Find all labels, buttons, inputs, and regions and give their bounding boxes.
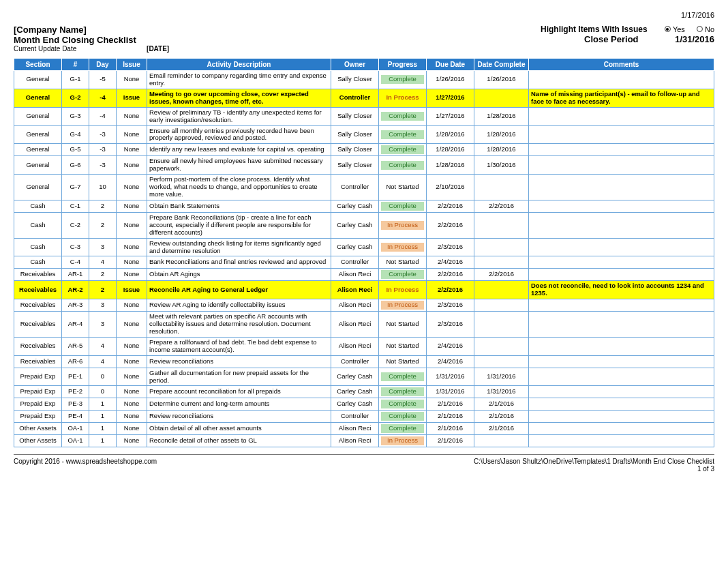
cell-section: General — [14, 144, 62, 156]
cell-progress: Complete — [379, 107, 427, 125]
radio-yes[interactable]: Yes — [665, 25, 685, 33]
cell-section: Cash — [14, 212, 62, 238]
cell-due: 1/31/2016 — [427, 386, 474, 398]
cell-day: -5 — [89, 71, 117, 89]
cell-activity: Meeting to go over upcoming close, cover… — [147, 89, 331, 107]
table-row: Prepaid ExpPE-41NoneReview reconciliatio… — [14, 411, 714, 423]
cell-day: 3 — [89, 299, 117, 312]
cell-progress: Complete — [379, 398, 427, 411]
cell-due: 2/4/2016 — [427, 355, 474, 368]
cell-date-complete — [474, 212, 529, 238]
cell-due: 2/3/2016 — [427, 238, 474, 256]
cell-progress: In Process — [379, 281, 427, 299]
radio-no[interactable]: No — [697, 25, 714, 33]
cell-progress: In Process — [379, 238, 427, 256]
cell-section: Receivables — [14, 312, 62, 338]
cell-num: AR-5 — [62, 337, 89, 355]
cell-date-complete — [474, 355, 529, 368]
cell-owner: Controller — [331, 89, 379, 107]
cell-date-complete: 1/31/2016 — [474, 386, 529, 398]
cell-owner: Controller — [331, 175, 379, 200]
cell-num: G-6 — [62, 156, 89, 175]
cell-num: AR-2 — [62, 281, 89, 299]
cell-activity: Prepare Bank Reconciliations (tip - crea… — [147, 212, 331, 238]
table-row: GeneralG-1-5NoneEmail reminder to compan… — [14, 71, 714, 89]
cell-section: General — [14, 125, 62, 144]
table-row: CashC-22NonePrepare Bank Reconciliations… — [14, 212, 714, 238]
cell-day: 3 — [89, 238, 117, 256]
cell-section: Other Assets — [14, 435, 62, 447]
cell-due: 2/10/2016 — [427, 175, 474, 200]
col-progress: Progress — [379, 59, 427, 71]
col-owner: Owner — [331, 59, 379, 71]
cell-comments — [529, 386, 714, 398]
cell-due: 1/26/2016 — [427, 71, 474, 89]
table-row: ReceivablesAR-33NoneReview AR Aging to i… — [14, 299, 714, 312]
table-row: GeneralG-6-3NoneEnsure all newly hired e… — [14, 156, 714, 175]
cell-day: 0 — [89, 386, 117, 398]
cell-activity: Obtain detail of all other asset amounts — [147, 423, 331, 435]
cell-comments — [529, 299, 714, 312]
cell-issue: None — [117, 398, 147, 411]
cell-issue: None — [117, 238, 147, 256]
cell-owner: Controller — [331, 256, 379, 269]
cell-date-complete — [474, 337, 529, 355]
cell-due: 2/1/2016 — [427, 398, 474, 411]
cell-date-complete: 2/1/2016 — [474, 411, 529, 423]
cell-section: General — [14, 156, 62, 175]
update-date-row: Current Update Date [DATE] — [14, 45, 169, 53]
cell-progress: Not Started — [379, 312, 427, 338]
cell-issue: None — [117, 411, 147, 423]
cell-due: 2/1/2016 — [427, 423, 474, 435]
col-section: Section — [14, 59, 62, 71]
cell-progress: Complete — [379, 125, 427, 144]
cell-progress: In Process — [379, 212, 427, 238]
cell-date-complete — [474, 312, 529, 338]
cell-comments — [529, 368, 714, 386]
cell-issue: Issue — [117, 89, 147, 107]
cell-num: G-5 — [62, 144, 89, 156]
footer: Copyright 2016 - www.spreadsheetshoppe.c… — [14, 454, 714, 473]
cell-activity: Meet with relevant parties on specific A… — [147, 312, 331, 338]
radio-yes-label: Yes — [673, 25, 685, 33]
cell-owner: Alison Reci — [331, 299, 379, 312]
right-header: Highlight Items With Issues Yes No Close… — [541, 25, 714, 53]
cell-day: 2 — [89, 212, 117, 238]
cell-num: C-3 — [62, 238, 89, 256]
cell-progress: Not Started — [379, 175, 427, 200]
cell-issue: None — [117, 423, 147, 435]
cell-num: C-2 — [62, 212, 89, 238]
cell-section: Receivables — [14, 337, 62, 355]
checklist-table: Section # Day Issue Activity Description… — [14, 58, 714, 447]
cell-comments — [529, 269, 714, 281]
close-period-value: 1/31/2016 — [675, 34, 714, 44]
cell-day: 2 — [89, 269, 117, 281]
table-row: Other AssetsOA-11NoneReconcile detail of… — [14, 435, 714, 447]
cell-comments — [529, 423, 714, 435]
cell-num: OA-1 — [62, 423, 89, 435]
cell-activity: Obtain AR Agings — [147, 269, 331, 281]
cell-day: 4 — [89, 355, 117, 368]
cell-issue: None — [117, 368, 147, 386]
cell-issue: None — [117, 144, 147, 156]
cell-issue: None — [117, 107, 147, 125]
cell-comments — [529, 156, 714, 175]
table-row: ReceivablesAR-22IssueReconcile AR Aging … — [14, 281, 714, 299]
cell-comments — [529, 238, 714, 256]
cell-issue: None — [117, 71, 147, 89]
cell-date-complete: 2/1/2016 — [474, 423, 529, 435]
cell-progress: Not Started — [379, 337, 427, 355]
cell-issue: None — [117, 256, 147, 269]
col-num: # — [62, 59, 89, 71]
cell-section: Receivables — [14, 269, 62, 281]
cell-comments — [529, 125, 714, 144]
cell-due: 2/1/2016 — [427, 411, 474, 423]
cell-num: AR-1 — [62, 269, 89, 281]
cell-comments — [529, 256, 714, 269]
cell-section: Cash — [14, 256, 62, 269]
cell-activity: Email reminder to company regarding time… — [147, 71, 331, 89]
cell-due: 2/3/2016 — [427, 299, 474, 312]
cell-owner: Alison Reci — [331, 281, 379, 299]
table-row: CashC-33NoneReview outstanding check lis… — [14, 238, 714, 256]
cell-progress: Not Started — [379, 355, 427, 368]
